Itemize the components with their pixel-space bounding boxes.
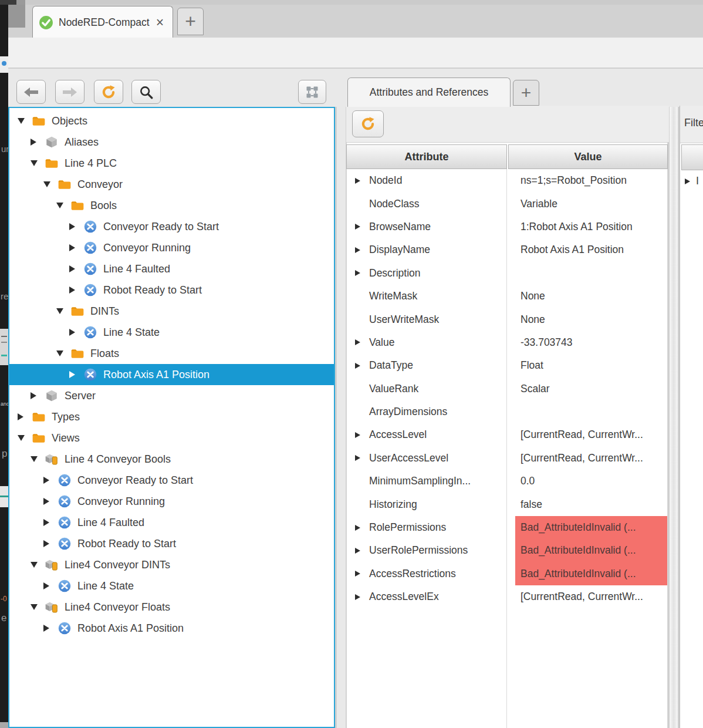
expand-arrow-icon[interactable]	[355, 455, 364, 461]
collapse-arrow-icon[interactable]	[31, 160, 40, 166]
attribute-row[interactable]: UserAccessLevel[CurrentRead, CurrentWr..…	[347, 447, 667, 470]
tree-item[interactable]: Robot Ready to Start	[9, 279, 334, 301]
attribute-name-cell: MinimumSamplingIn...	[347, 470, 515, 493]
tree-item[interactable]: Line 4 Faulted	[9, 512, 334, 533]
expand-arrow-icon[interactable]	[31, 392, 40, 399]
expand-arrow-icon[interactable]	[355, 548, 364, 554]
expand-arrow-icon[interactable]	[355, 178, 364, 184]
new-view-tab-button[interactable]: +	[513, 80, 539, 106]
expand-arrow-icon[interactable]	[685, 178, 690, 184]
expand-arrow-icon[interactable]	[355, 363, 364, 369]
tree-item[interactable]: Conveyor	[9, 174, 334, 195]
attribute-row[interactable]: NodeIdns=1;s=Robot_Position	[347, 169, 667, 192]
collapse-arrow-icon[interactable]	[18, 435, 28, 441]
tree-item[interactable]: Server	[9, 385, 334, 406]
expand-arrow-icon[interactable]	[43, 519, 53, 526]
expand-arrow-icon[interactable]	[43, 582, 53, 589]
attribute-row[interactable]: NodeClassVariable	[347, 192, 667, 215]
expand-arrow-icon[interactable]	[69, 244, 79, 251]
attribute-row[interactable]: Historizingfalse	[347, 493, 667, 515]
tree-item[interactable]: Line4 Conveyor Floats	[9, 596, 334, 618]
expand-arrow-icon[interactable]	[355, 571, 364, 577]
expand-arrow-icon[interactable]	[355, 432, 364, 438]
tab-close-icon[interactable]: ×	[156, 16, 164, 29]
expand-arrow-icon[interactable]	[69, 287, 79, 294]
expand-view-button[interactable]	[298, 80, 326, 104]
expand-arrow-icon[interactable]	[69, 329, 79, 336]
refresh-tree-button[interactable]	[94, 80, 123, 104]
tree-item[interactable]: Bools	[9, 195, 334, 216]
expand-arrow-icon[interactable]	[355, 270, 364, 276]
collapse-arrow-icon[interactable]	[31, 456, 40, 462]
attribute-row[interactable]: UserWriteMaskNone	[347, 308, 667, 331]
refresh-attributes-button[interactable]	[352, 110, 384, 137]
tree-item[interactable]: Line 4 Faulted	[9, 258, 334, 279]
forward-button[interactable]	[55, 80, 85, 104]
attribute-row[interactable]: Description	[347, 262, 667, 285]
back-button[interactable]	[16, 80, 46, 104]
expand-arrow-icon[interactable]	[43, 540, 53, 547]
reference-row[interactable]: I	[685, 175, 699, 187]
expand-arrow-icon[interactable]	[43, 625, 53, 632]
tree-item[interactable]: Objects	[9, 110, 334, 132]
expand-arrow-icon[interactable]	[43, 477, 53, 484]
expand-arrow-icon[interactable]	[355, 594, 364, 600]
tree-item[interactable]: Line 4 State	[9, 322, 334, 343]
collapse-arrow-icon[interactable]	[31, 604, 40, 610]
attribute-row[interactable]: ArrayDimensions	[347, 400, 667, 423]
column-header-attribute[interactable]: Attribute	[346, 144, 507, 169]
collapse-arrow-icon[interactable]	[56, 308, 66, 314]
collapse-arrow-icon[interactable]	[31, 562, 40, 568]
tree-item[interactable]: Robot Axis A1 Position	[9, 618, 334, 639]
tree-item[interactable]: Types	[9, 406, 334, 427]
tree-item[interactable]: Line 4 State	[9, 575, 334, 596]
tree-item[interactable]: Line 4 PLC	[9, 153, 334, 174]
expand-arrow-icon[interactable]	[355, 525, 364, 531]
tree-item[interactable]: Conveyor Ready to Start	[9, 470, 334, 491]
attribute-row[interactable]: AccessRestrictionsBad_AttributeIdInvalid…	[347, 562, 667, 585]
expand-arrow-icon[interactable]	[355, 224, 364, 230]
expand-arrow-icon[interactable]	[355, 247, 364, 253]
attribute-row[interactable]: MinimumSamplingIn...0.0	[347, 470, 667, 493]
attribute-row[interactable]: Value-33.703743	[347, 331, 667, 354]
tree-item[interactable]: Conveyor Ready to Start	[9, 216, 334, 237]
attribute-row[interactable]: RolePermissionsBad_AttributeIdInvalid (.…	[347, 516, 667, 539]
attribute-row[interactable]: DataTypeFloat	[347, 354, 667, 377]
tree-item[interactable]: DINTs	[9, 301, 334, 322]
tree-item[interactable]: Robot Axis A1 Position	[9, 364, 334, 385]
collapse-arrow-icon[interactable]	[56, 203, 66, 208]
tree-item[interactable]: Line 4 Conveyor Bools	[9, 449, 334, 470]
attribute-row[interactable]: WriteMaskNone	[347, 285, 667, 308]
attribute-row[interactable]: DisplayNameRobot Axis A1 Position	[347, 238, 667, 261]
tree-item[interactable]: Floats	[9, 343, 334, 364]
expand-arrow-icon[interactable]	[31, 139, 40, 146]
attributes-scrollbar[interactable]	[669, 107, 678, 728]
column-header-value[interactable]: Value	[508, 144, 668, 169]
attribute-row[interactable]: UserRolePermissionsBad_AttributeIdInvali…	[347, 539, 667, 562]
tree-item[interactable]: Views	[9, 427, 334, 449]
tree-item-label: Views	[52, 432, 80, 444]
collapse-arrow-icon[interactable]	[18, 118, 28, 124]
panel-splitter[interactable]	[336, 107, 346, 728]
tab-nodered-compact[interactable]: NodeRED-Compact ×	[32, 6, 173, 39]
expand-arrow-icon[interactable]	[69, 223, 79, 230]
collapse-arrow-icon[interactable]	[43, 181, 53, 187]
tree-item[interactable]: Conveyor Running	[9, 237, 334, 258]
attribute-row[interactable]: AccessLevel[CurrentRead, CurrentWr...	[347, 423, 667, 446]
attribute-row[interactable]: AccessLevelEx[CurrentRead, CurrentWr...	[347, 585, 667, 608]
expand-arrow-icon[interactable]	[69, 371, 79, 378]
expand-arrow-icon[interactable]	[69, 265, 79, 272]
tree-item[interactable]: Robot Ready to Start	[9, 533, 334, 554]
tab-attributes-and-references[interactable]: Attributes and References	[347, 77, 511, 107]
new-connection-tab-button[interactable]: +	[177, 8, 204, 35]
attribute-row[interactable]: ValueRankScalar	[347, 378, 667, 400]
search-button[interactable]	[131, 80, 161, 104]
expand-arrow-icon[interactable]	[43, 498, 53, 505]
collapse-arrow-icon[interactable]	[56, 350, 66, 356]
expand-arrow-icon[interactable]	[355, 339, 364, 345]
tree-item[interactable]: Aliases	[9, 132, 334, 153]
expand-arrow-icon[interactable]	[18, 413, 28, 420]
tree-item[interactable]: Line4 Conveyor DINTs	[9, 554, 334, 575]
tree-item[interactable]: Conveyor Running	[9, 491, 334, 512]
attribute-row[interactable]: BrowseName1:Robot Axis A1 Position	[347, 215, 667, 238]
